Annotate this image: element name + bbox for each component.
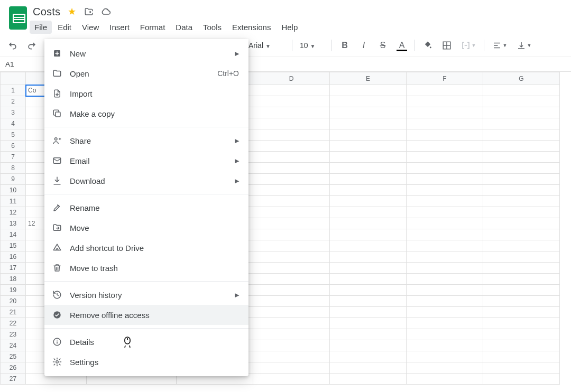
cell-E3[interactable] — [330, 107, 407, 118]
cloud-status-icon[interactable] — [100, 6, 111, 17]
cell-E21[interactable] — [330, 307, 407, 318]
name-box[interactable]: A1 — [0, 60, 27, 68]
cell-D24[interactable] — [253, 340, 330, 351]
cell-E26[interactable] — [330, 362, 407, 374]
text-color-button[interactable]: A — [393, 38, 410, 53]
cell-D21[interactable] — [253, 307, 330, 318]
cell-E24[interactable] — [330, 340, 407, 351]
cell-E8[interactable] — [330, 163, 407, 174]
row-header-14[interactable]: 14 — [1, 229, 26, 240]
cell-D12[interactable] — [253, 207, 330, 218]
menu-insert[interactable]: Insert — [105, 21, 134, 34]
row-header-22[interactable]: 22 — [1, 318, 26, 329]
cell-F23[interactable] — [407, 329, 483, 340]
cell-F3[interactable] — [407, 107, 483, 118]
italic-button[interactable]: I — [355, 38, 372, 53]
cell-E9[interactable] — [330, 174, 407, 185]
row-header-25[interactable]: 25 — [1, 351, 26, 362]
row-header-19[interactable]: 19 — [1, 285, 26, 296]
cell-D26[interactable] — [253, 362, 330, 374]
cell-E11[interactable] — [330, 196, 407, 207]
cell-F4[interactable] — [407, 118, 483, 129]
file-menu-remove-offline-access[interactable]: Remove offline access — [44, 305, 248, 325]
select-all-corner[interactable] — [1, 72, 26, 85]
menu-help[interactable]: Help — [277, 21, 302, 34]
row-header-3[interactable]: 3 — [1, 107, 26, 118]
row-header-9[interactable]: 9 — [1, 174, 26, 185]
file-menu-download[interactable]: Download▶ — [44, 171, 248, 191]
cell-E2[interactable] — [330, 96, 407, 107]
cell-E17[interactable] — [330, 263, 407, 274]
cell-D25[interactable] — [253, 351, 330, 362]
menu-tools[interactable]: Tools — [198, 21, 226, 34]
undo-button[interactable] — [4, 38, 21, 53]
file-menu-move[interactable]: Move — [44, 218, 248, 238]
cell-G10[interactable] — [483, 185, 560, 196]
cell-F2[interactable] — [407, 96, 483, 107]
cell-D22[interactable] — [253, 318, 330, 329]
row-header-11[interactable]: 11 — [1, 196, 26, 207]
cell-G2[interactable] — [483, 96, 560, 107]
borders-button[interactable] — [438, 38, 455, 53]
file-menu-new[interactable]: New▶ — [44, 43, 248, 63]
cell-G23[interactable] — [483, 329, 560, 340]
cell-D1[interactable] — [253, 85, 330, 96]
cell-F7[interactable] — [407, 152, 483, 163]
cell-F25[interactable] — [407, 351, 483, 362]
file-menu-rename[interactable]: Rename — [44, 198, 248, 218]
cell-G9[interactable] — [483, 174, 560, 185]
cell-D6[interactable] — [253, 141, 330, 152]
cell-D9[interactable] — [253, 174, 330, 185]
file-menu-share[interactable]: Share▶ — [44, 130, 248, 151]
cell-F15[interactable] — [407, 240, 483, 251]
cell-E5[interactable] — [330, 129, 407, 141]
file-menu-move-to-trash[interactable]: Move to trash — [44, 258, 248, 278]
cell-E25[interactable] — [330, 351, 407, 362]
row-header-27[interactable]: 27 — [1, 374, 26, 385]
cell-G8[interactable] — [483, 163, 560, 174]
font-size-select[interactable]: 10 ▼ — [297, 41, 327, 50]
cell-D15[interactable] — [253, 240, 330, 251]
cell-F20[interactable] — [407, 296, 483, 307]
cell-D2[interactable] — [253, 96, 330, 107]
cell-D17[interactable] — [253, 263, 330, 274]
cell-E10[interactable] — [330, 185, 407, 196]
cell-F19[interactable] — [407, 285, 483, 296]
font-family-select[interactable]: Arial ▼ — [245, 41, 288, 50]
strikethrough-button[interactable]: S — [374, 38, 391, 53]
cell-F17[interactable] — [407, 263, 483, 274]
cell-E15[interactable] — [330, 240, 407, 251]
cell-D27[interactable] — [253, 374, 330, 385]
cell-E23[interactable] — [330, 329, 407, 340]
cell-E6[interactable] — [330, 141, 407, 152]
cell-F10[interactable] — [407, 185, 483, 196]
cell-G3[interactable] — [483, 107, 560, 118]
cell-G18[interactable] — [483, 274, 560, 285]
file-menu-email[interactable]: Email▶ — [44, 151, 248, 171]
row-header-20[interactable]: 20 — [1, 296, 26, 307]
row-header-8[interactable]: 8 — [1, 163, 26, 174]
vertical-align-button[interactable]: ▼ — [513, 38, 535, 53]
cell-F11[interactable] — [407, 196, 483, 207]
cell-D3[interactable] — [253, 107, 330, 118]
row-header-17[interactable]: 17 — [1, 263, 26, 274]
menu-edit[interactable]: Edit — [53, 21, 76, 34]
document-title[interactable]: Costs — [33, 6, 60, 18]
row-header-26[interactable]: 26 — [1, 362, 26, 374]
file-menu-open[interactable]: OpenCtrl+O — [44, 63, 248, 83]
move-to-folder-icon[interactable] — [84, 6, 94, 17]
cell-D13[interactable] — [253, 218, 330, 229]
cell-F8[interactable] — [407, 163, 483, 174]
row-header-12[interactable]: 12 — [1, 207, 26, 218]
column-header-D[interactable]: D — [253, 72, 330, 85]
cell-G17[interactable] — [483, 263, 560, 274]
cell-E13[interactable] — [330, 218, 407, 229]
cell-G11[interactable] — [483, 196, 560, 207]
cell-G6[interactable] — [483, 141, 560, 152]
row-header-7[interactable]: 7 — [1, 152, 26, 163]
row-header-4[interactable]: 4 — [1, 118, 26, 129]
menu-format[interactable]: Format — [135, 21, 170, 34]
cell-G20[interactable] — [483, 296, 560, 307]
bold-button[interactable]: B — [336, 38, 353, 53]
menu-file[interactable]: File — [30, 21, 52, 34]
